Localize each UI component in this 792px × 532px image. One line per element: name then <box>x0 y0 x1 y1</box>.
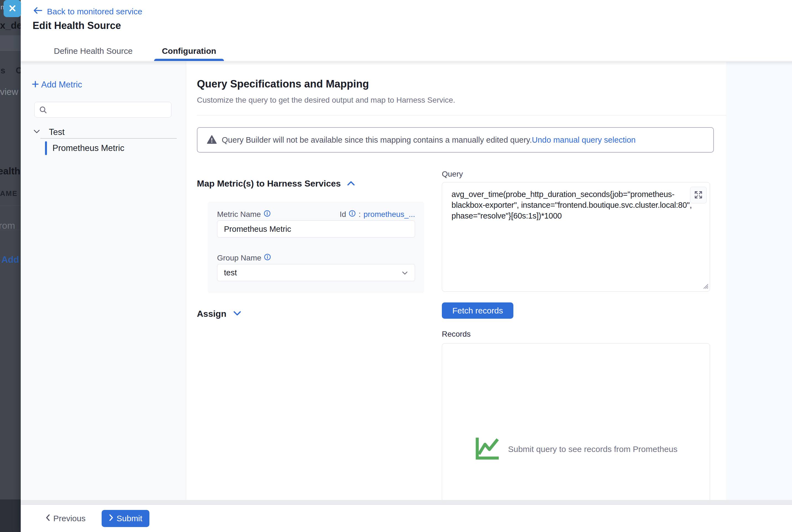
info-icon[interactable] <box>264 253 271 262</box>
back-link-label: Back to monitored service <box>47 7 142 16</box>
background-text-fragment: x_dev <box>0 20 21 31</box>
previous-button[interactable]: Previous <box>45 510 86 527</box>
background-divider <box>0 206 21 206</box>
sidebar-item-prometheus-metric[interactable]: Prometheus Metric <box>45 141 124 155</box>
submit-label: Submit <box>116 514 142 523</box>
map-metrics-title: Map Metric(s) to Harness Services <box>197 178 341 189</box>
background-text-fragment: rom <box>0 220 15 231</box>
right-background-panel <box>726 61 792 500</box>
drawer-footer: Previous Submit <box>21 505 792 532</box>
warning-text: Query Builder will not be available sinc… <box>222 135 532 145</box>
edit-health-source-drawer: Back to monitored service Edit Health So… <box>21 0 792 532</box>
chevron-left-icon <box>45 514 50 523</box>
configuration-content: Query Specifications and Mapping Customi… <box>197 61 715 500</box>
assign-section-toggle[interactable]: Assign <box>197 309 241 319</box>
tab-define-health-source[interactable]: Define Health Source <box>43 41 144 61</box>
close-icon <box>8 4 17 14</box>
drawer-body: Add Metric Test Promethe <box>21 61 792 500</box>
info-icon[interactable] <box>349 210 356 219</box>
section-title: Query Specifications and Mapping <box>197 78 369 90</box>
add-metric-button[interactable]: Add Metric <box>32 80 82 90</box>
back-to-monitored-service-link[interactable]: Back to monitored service <box>33 7 142 16</box>
background-row <box>0 35 21 51</box>
plus-icon <box>32 80 39 89</box>
group-divider <box>40 138 177 138</box>
metric-name-label-row: Metric Name <box>217 210 271 219</box>
page-title: Edit Health Source <box>33 20 121 32</box>
fetch-records-button[interactable]: Fetch records <box>442 302 513 319</box>
metric-group-name: Test <box>49 127 65 137</box>
info-icon[interactable] <box>264 210 271 219</box>
expand-icon <box>694 190 703 200</box>
previous-label: Previous <box>53 514 86 523</box>
group-name-label-row: Group Name <box>217 253 271 262</box>
close-drawer-button[interactable] <box>4 0 21 17</box>
chevron-right-icon <box>109 514 113 523</box>
chevron-down-icon <box>33 129 40 135</box>
submit-button[interactable]: Submit <box>102 510 149 527</box>
warning-icon <box>207 135 217 145</box>
selected-indicator <box>45 141 47 155</box>
fetch-records-label: Fetch records <box>452 306 503 316</box>
background-text-fragment: - Add <box>0 254 19 265</box>
metric-name-input[interactable] <box>217 221 415 238</box>
tab-configuration[interactable]: Configuration <box>151 41 227 61</box>
records-empty-text: Submit query to see records from Prometh… <box>508 444 678 454</box>
metric-mapping-card: Metric Name Id <box>208 202 424 293</box>
id-label: Id <box>340 210 346 219</box>
background-divider <box>0 50 21 51</box>
records-panel: Submit query to see records from Prometh… <box>442 343 710 500</box>
query-label: Query <box>442 170 463 178</box>
background-text-fragment: s <box>1 66 5 76</box>
group-name-value: test <box>224 268 237 277</box>
search-input[interactable] <box>35 102 171 117</box>
metric-id-value[interactable]: prometheus_... <box>364 210 415 219</box>
group-name-select[interactable]: test <box>217 264 415 281</box>
background-text-fragment: view <box>0 87 18 97</box>
map-metrics-section-toggle[interactable]: Map Metric(s) to Harness Services <box>197 178 355 189</box>
metric-item-label: Prometheus Metric <box>53 143 124 153</box>
back-arrow-icon <box>33 7 42 16</box>
background-text-fragment: AME <box>0 189 18 198</box>
chevron-down-icon <box>402 268 408 277</box>
background-footer <box>0 499 21 532</box>
id-separator: : <box>358 210 361 219</box>
metric-name-label: Metric Name <box>217 210 261 219</box>
background-text-fragment: ealth S <box>0 166 21 176</box>
footer-divider-band <box>21 500 792 505</box>
records-label: Records <box>442 330 471 339</box>
records-empty-state: Submit query to see records from Prometh… <box>475 437 678 462</box>
resize-handle[interactable] <box>701 282 708 290</box>
group-name-label: Group Name <box>217 253 261 262</box>
chevron-up-icon <box>347 180 355 187</box>
drawer-header: Back to monitored service Edit Health So… <box>21 0 792 61</box>
expand-query-button[interactable] <box>690 187 707 203</box>
tab-bar: Define Health Source Configuration <box>43 41 227 61</box>
line-chart-icon <box>475 437 501 462</box>
divider <box>197 115 726 115</box>
metric-group-toggle[interactable]: Test <box>33 127 65 137</box>
query-builder-warning: Query Builder will not be available sinc… <box>197 127 714 153</box>
background-page-overlay: nt x_dev s C view ealth S AME rom - Add <box>0 0 21 532</box>
query-editor: avg_over_time(probe_http_duration_second… <box>442 182 710 292</box>
assign-title: Assign <box>197 309 226 319</box>
metric-search <box>34 102 171 117</box>
undo-manual-query-link[interactable]: Undo manual query selection <box>532 135 636 145</box>
query-text[interactable]: avg_over_time(probe_http_duration_second… <box>452 189 703 221</box>
metric-id-row: Id : prometheus_... <box>340 210 415 219</box>
section-subtitle: Customize the query to get the desired o… <box>197 96 455 104</box>
metrics-sidebar: Add Metric Test Promethe <box>21 61 186 500</box>
background-text-fragment: C <box>16 66 21 76</box>
chevron-down-icon <box>233 311 241 317</box>
add-metric-label: Add Metric <box>41 80 82 90</box>
